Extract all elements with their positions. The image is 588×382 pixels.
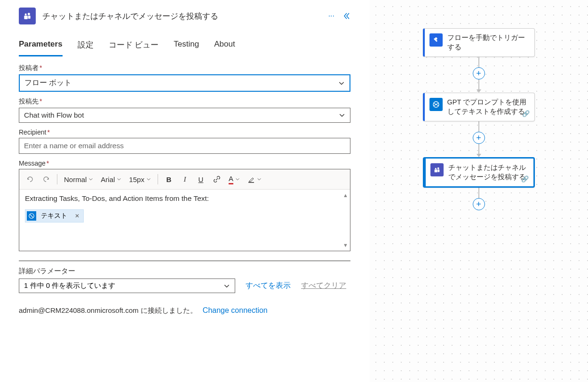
advanced-section: 詳細パラメーター 1 件中 0 件を表示しています すべてを表示 すべてクリア [19, 261, 350, 293]
connection-info: admin@CRM224088.onmicrosoft.com に接続しました。… [19, 306, 350, 315]
svg-point-0 [28, 13, 30, 15]
message-label: Message* [19, 159, 350, 167]
svg-rect-11 [437, 170, 439, 172]
link-button[interactable] [210, 172, 224, 186]
panel-header: チャットまたはチャネルでメッセージを投稿する ··· [0, 0, 369, 28]
redo-button[interactable] [39, 172, 53, 186]
flow-node-trigger[interactable]: フローを手動でトリガーする [423, 28, 535, 57]
poster-value: フロー ボット [24, 78, 72, 88]
token-remove-icon[interactable]: ✕ [75, 213, 79, 219]
tabs: Parameters 設定 コード ビュー Testing About [0, 28, 369, 56]
style-dropdown[interactable]: Normal [61, 175, 96, 183]
advanced-select[interactable]: 1 件中 0 件を表示しています [19, 279, 235, 293]
poster-select[interactable]: フロー ボット [19, 74, 350, 92]
undo-button[interactable] [23, 172, 37, 186]
config-panel: チャットまたはチャネルでメッセージを投稿する ··· Parameters 設定… [0, 0, 369, 382]
tab-testing[interactable]: Testing [174, 40, 199, 56]
message-editor: Normal Arial 15px B I U A [19, 169, 350, 251]
underline-button[interactable]: U [194, 172, 208, 186]
highlight-button[interactable] [245, 175, 264, 183]
size-dropdown[interactable]: 15px [126, 175, 154, 183]
postto-select[interactable]: Chat with Flow bot [19, 108, 350, 123]
teams-icon [19, 8, 36, 24]
message-text: Extracting Tasks, To-Dos, and Action Ite… [25, 194, 344, 203]
node-title: GPT でプロンプトを使用してテキストを作成する [447, 98, 529, 116]
node-title: チャットまたはチャネルでメッセージを投稿する [448, 163, 528, 182]
svg-point-6 [435, 38, 437, 40]
recipient-label: Recipient* [19, 128, 350, 136]
dynamic-token[interactable]: テキスト ✕ [25, 209, 84, 223]
token-icon [27, 211, 36, 221]
connection-text: admin@CRM224088.onmicrosoft.com に接続しました。 [19, 306, 197, 314]
font-dropdown[interactable]: Arial [98, 175, 124, 183]
poster-label: 投稿者* [19, 64, 350, 72]
add-step-button[interactable]: + [473, 198, 485, 210]
flow-node-teams[interactable]: チャットまたはチャネルでメッセージを投稿する 🔗 [423, 157, 535, 188]
flow-node-gpt[interactable]: GPT でプロンプトを使用してテキストを作成する 🔗 [423, 93, 535, 121]
rte-toolbar: Normal Arial 15px B I U A [19, 169, 350, 190]
fontcolor-button[interactable]: A [226, 175, 243, 184]
flow-column: フローを手動でトリガーする + GPT でプロンプトを使用してテキストを作成する… [422, 28, 535, 210]
form-body: 投稿者* フロー ボット 投稿先* Chat with Flow bot Rec… [0, 56, 369, 325]
postto-label: 投稿先* [19, 97, 350, 106]
message-body[interactable]: ▲ Extracting Tasks, To-Dos, and Action I… [19, 190, 350, 251]
svg-rect-3 [28, 16, 31, 19]
clear-all-link[interactable]: すべてクリア [301, 281, 346, 291]
postto-value: Chat with Flow bot [24, 111, 84, 119]
teams-icon [430, 163, 444, 176]
advanced-title: 詳細パラメーター [19, 267, 350, 276]
svg-point-9 [435, 168, 436, 169]
svg-rect-2 [24, 16, 28, 19]
flow-canvas[interactable]: フローを手動でトリガーする + GPT でプロンプトを使用してテキストを作成する… [369, 0, 588, 382]
svg-rect-4 [248, 182, 254, 183]
tab-codeview[interactable]: コード ビュー [109, 40, 159, 56]
link-icon: 🔗 [521, 175, 529, 183]
link-icon: 🔗 [522, 110, 530, 117]
scroll-up-icon[interactable]: ▲ [343, 192, 348, 198]
change-connection-link[interactable]: Change connection [203, 306, 268, 314]
chevron-down-icon [338, 80, 345, 87]
chevron-down-icon [223, 283, 230, 289]
scroll-down-icon[interactable]: ▼ [343, 242, 348, 248]
svg-point-8 [437, 167, 439, 169]
panel-title: チャットまたはチャネルでメッセージを投稿する [42, 11, 322, 22]
add-step-button[interactable]: + [473, 67, 485, 80]
tab-parameters[interactable]: Parameters [19, 40, 63, 56]
svg-point-1 [25, 14, 27, 16]
svg-rect-10 [434, 170, 437, 173]
advanced-display: 1 件中 0 件を表示しています [24, 281, 115, 290]
add-step-button[interactable]: + [473, 132, 485, 144]
trigger-icon [429, 33, 443, 47]
recipient-input[interactable] [19, 138, 350, 154]
token-label: テキスト [41, 212, 67, 220]
tab-settings[interactable]: 設定 [78, 40, 94, 56]
more-icon[interactable]: ··· [328, 12, 334, 20]
node-title: フローを手動でトリガーする [447, 33, 529, 52]
gpt-icon [429, 98, 443, 111]
tab-about[interactable]: About [214, 40, 235, 56]
collapse-icon[interactable] [343, 12, 350, 20]
show-all-link[interactable]: すべてを表示 [246, 281, 291, 291]
italic-button[interactable]: I [178, 172, 192, 186]
chevron-down-icon [339, 112, 345, 119]
bold-button[interactable]: B [162, 172, 176, 186]
